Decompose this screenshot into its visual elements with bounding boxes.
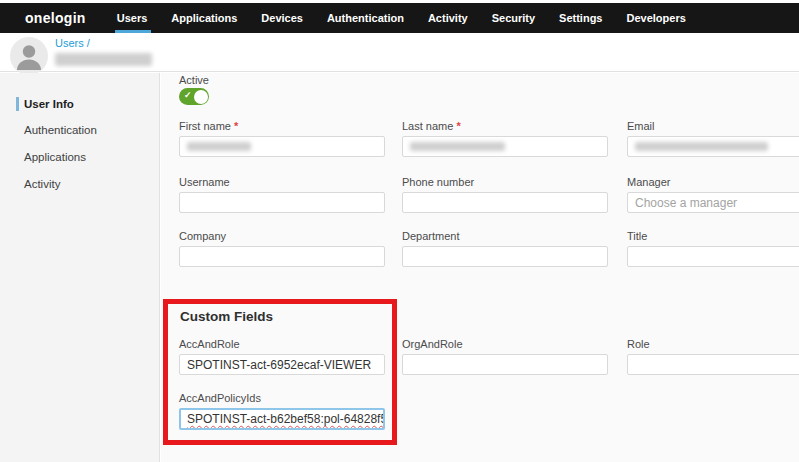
department-input[interactable] [402,246,608,267]
field-acc-and-policy-ids: AccAndPolicyIds SPOTINST-act-b62bef58:po… [179,392,385,430]
email-redacted-value [635,142,768,151]
nav-tab-developers[interactable]: Developers [627,12,686,24]
title-input[interactable] [627,246,799,267]
first-name-redacted-value [187,142,251,151]
org-and-role-input[interactable] [402,354,608,375]
acc-and-policy-ids-value: SPOTINST-act-b62bef58:pol-64828f58 [187,412,385,426]
field-company: Company [179,230,385,267]
toggle-knob [194,90,208,104]
sidebar: User Info Authentication Applications Ac… [0,73,160,462]
role-input[interactable] [627,354,799,375]
nav-tab-authentication[interactable]: Authentication [327,12,404,24]
title-label: Title [627,230,799,243]
field-org-and-role: OrgAndRole [402,338,608,375]
phone-number-label: Phone number [402,176,608,189]
field-department: Department [402,230,608,267]
sidebar-item-authentication[interactable]: Authentication [24,124,97,136]
nav-menu: Users Applications Devices Authenticatio… [117,12,686,24]
custom-fields-heading: Custom Fields [180,309,273,324]
manager-label: Manager [627,176,799,189]
acc-and-policy-ids-label: AccAndPolicyIds [179,392,385,405]
first-name-label: First name* [179,120,385,133]
active-toggle-label: Active [179,74,209,86]
breadcrumb-users-link[interactable]: Users / [55,37,90,49]
company-label: Company [179,230,385,243]
required-asterisk: * [234,120,238,132]
email-label: Email [627,120,799,133]
field-title: Title [627,230,799,267]
username-input[interactable] [179,192,385,213]
nav-tab-devices[interactable]: Devices [261,12,303,24]
field-manager: Manager [627,176,799,213]
nav-tab-applications[interactable]: Applications [171,12,237,24]
sidebar-item-applications[interactable]: Applications [24,151,86,163]
nav-tab-security[interactable]: Security [492,12,535,24]
field-last-name: Last name* [402,120,608,157]
onelogin-user-page: onelogin Users Applications Devices Auth… [0,0,799,462]
top-nav: onelogin Users Applications Devices Auth… [0,3,799,33]
page-header: Users / [0,33,799,72]
role-label: Role [627,338,799,351]
user-avatar-icon [10,37,48,75]
nav-tab-users[interactable]: Users [117,12,148,24]
acc-and-role-input[interactable] [179,354,385,375]
field-first-name: First name* [179,120,385,157]
company-input[interactable] [179,246,385,267]
toggle-check-icon: ✓ [184,90,192,100]
acc-and-role-label: AccAndRole [179,338,385,351]
user-info-form: Active ✓ First name* Last name* Email Us… [161,73,799,462]
active-toggle[interactable]: ✓ [179,88,209,105]
last-name-label: Last name* [402,120,608,133]
manager-input[interactable] [627,192,799,213]
onelogin-logo[interactable]: onelogin [25,10,86,26]
last-name-redacted-value [410,142,505,151]
nav-tab-activity[interactable]: Activity [428,12,468,24]
department-label: Department [402,230,608,243]
nav-tab-settings[interactable]: Settings [559,12,602,24]
field-phone-number: Phone number [402,176,608,213]
phone-number-input[interactable] [402,192,608,213]
field-username: Username [179,176,385,213]
org-and-role-label: OrgAndRole [402,338,608,351]
username-label: Username [179,176,385,189]
sidebar-item-activity[interactable]: Activity [24,178,60,190]
acc-and-policy-ids-input[interactable]: SPOTINST-act-b62bef58:pol-64828f58 [179,408,385,430]
required-asterisk: * [456,120,460,132]
field-role: Role [627,338,799,375]
field-acc-and-role: AccAndRole [179,338,385,375]
field-email: Email [627,120,799,157]
user-name-redacted [55,53,152,66]
sidebar-item-user-info[interactable]: User Info [24,98,74,110]
